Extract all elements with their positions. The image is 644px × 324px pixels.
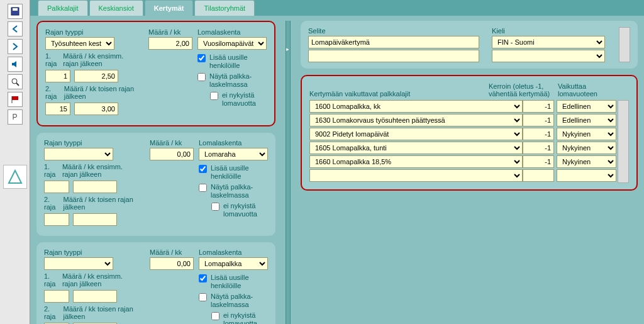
rajan-tyyppi-select[interactable]: [44, 148, 113, 160]
grid-vaikuttaa-select[interactable]: [557, 169, 616, 182]
raja1-val2[interactable]: [73, 290, 117, 303]
grid-vaikuttaa-select[interactable]: Nykyinen: [557, 155, 616, 168]
kieli-select[interactable]: FIN - Suomi: [492, 36, 605, 48]
maara-kk-input[interactable]: [148, 37, 192, 50]
chk-nayta-palkka-label: Näytä palkka-laskelmassa: [211, 293, 253, 309]
lomalaskenta-label: Lomalaskenta: [197, 28, 267, 36]
grid-row: 1630 Lomakorvaus työsuhteen päättyessä E…: [309, 114, 616, 126]
raja1-val1[interactable]: [44, 290, 69, 303]
raja1-val1[interactable]: [45, 70, 70, 82]
selite-input-2[interactable]: [308, 50, 479, 62]
raja1-desc: Määrä / kk ensimm. rajan jälkeen: [62, 163, 138, 178]
scrollbar-selite[interactable]: [619, 27, 630, 62]
raja2-label: 2. raja: [44, 305, 60, 320]
flag-icon[interactable]: [8, 92, 23, 107]
maara-kk-input[interactable]: [150, 257, 194, 270]
app-logo-icon: [3, 165, 27, 189]
chk-ei-nykyista[interactable]: [211, 203, 219, 211]
selite-input[interactable]: [308, 36, 479, 48]
maara-kk-label: Määrä / kk: [148, 28, 186, 36]
forward-icon[interactable]: [8, 39, 23, 54]
splitter[interactable]: [286, 21, 291, 324]
grid-row: 9002 Pidetyt lomapäivät Nykyinen: [309, 128, 616, 140]
grid-kerroin-input[interactable]: [523, 114, 554, 126]
chk-nayta-palkka[interactable]: [199, 293, 207, 301]
grid-vaikuttaa-select[interactable]: Nykyinen: [557, 142, 616, 154]
panel-selite: Selite Kieli FIN - Suomi: [301, 21, 638, 69]
sound-icon[interactable]: [8, 57, 23, 72]
raja2-label: 2. raja: [44, 196, 60, 211]
raja2-label: 2. raja: [45, 85, 60, 100]
raja2-val1[interactable]: [44, 213, 69, 226]
raja2-val1[interactable]: [45, 103, 70, 115]
grid-palkkalaji-select[interactable]: 1600 Lomapalkka, kk: [309, 100, 523, 113]
lomalaskenta-label: Lomalaskenta: [199, 249, 268, 256]
chk-ei-nykyista[interactable]: [211, 312, 219, 320]
grid-palkkalaji-select[interactable]: 1630 Lomakorvaus työsuhteen päättyessä: [309, 114, 523, 126]
raja2-desc: Määrä / kk toisen rajan jälkeen: [64, 85, 137, 100]
raja2-val2[interactable]: [73, 213, 117, 226]
grid-kerroin-input[interactable]: [523, 169, 554, 182]
chk-lisaa-uusille-label: Lisää uusillehenkilöille: [209, 53, 248, 70]
kieli-label: Kieli: [492, 27, 605, 35]
back-icon[interactable]: [8, 21, 23, 36]
chk-ei-nykyista[interactable]: [210, 92, 218, 100]
raja1-val2[interactable]: [74, 70, 118, 82]
chk-nayta-palkka[interactable]: [197, 73, 206, 81]
rajan-tyyppi-select[interactable]: Työsuhteen kesto: [45, 37, 114, 50]
panel-raja: Rajan tyyppi Työsuhteen kesto 1. raja Mä…: [36, 21, 275, 126]
lomalaskenta-select[interactable]: Vuosilomapäivät: [197, 37, 267, 50]
grid-kerroin-input[interactable]: [523, 100, 554, 113]
chk-ei-nykyista-label: ei nykyistälomavuotta: [222, 91, 256, 108]
panel-kertyma-grid: Kertymään vaikuttavat palkkalajit Kerroi…: [301, 75, 638, 191]
grid-kerroin-input[interactable]: [523, 128, 554, 140]
raja1-desc: Määrä / kk ensimm. rajan jälkeen: [63, 52, 137, 67]
kieli-select-2[interactable]: [492, 50, 605, 62]
grid-palkkalaji-select[interactable]: 1660 Lomapalkka 18,5%: [309, 155, 523, 168]
zoom-icon[interactable]: [8, 74, 23, 89]
chk-ei-nykyista-label: ei nykyistälomavuotta: [223, 202, 257, 218]
svg-point-2: [12, 79, 17, 84]
rajan-tyyppi-label: Rajan tyyppi: [45, 28, 137, 36]
p-button[interactable]: P: [8, 109, 23, 125]
chk-lisaa-uusille-label: Lisää uusillehenkilöille: [211, 274, 249, 290]
lomalaskenta-select[interactable]: Lomapalkka: [199, 257, 268, 270]
maara-kk-label: Määrä / kk: [150, 249, 187, 256]
save-icon[interactable]: [8, 4, 23, 19]
grid-kerroin-input[interactable]: [523, 142, 554, 154]
rajan-tyyppi-select[interactable]: [44, 257, 113, 270]
lomalaskenta-select[interactable]: Lomaraha: [199, 148, 268, 160]
grid-kerroin-input[interactable]: [523, 155, 554, 168]
grid-vaikuttaa-select[interactable]: Edellinen: [557, 100, 616, 113]
tab-kertymat[interactable]: Kertymät: [145, 0, 194, 16]
grid-palkkalaji-select[interactable]: [309, 169, 523, 182]
grid-header-palkkalajit: Kertymään vaikuttavat palkkalajit: [309, 90, 489, 98]
grid-row: 1605 Lomapalkka, tunti Nykyinen: [309, 142, 616, 154]
tab-bar: Palkkalajit Keskiansiot Kertymät Tilasto…: [30, 0, 644, 16]
panel-raja: Rajan tyyppi 1. raja Määrä / kk ensimm. …: [36, 242, 275, 324]
chk-nayta-palkka-label: Näytä palkka-laskelmassa: [211, 183, 253, 199]
chk-lisaa-uusille[interactable]: [197, 54, 206, 62]
chk-lisaa-uusille[interactable]: [199, 274, 207, 282]
grid-palkkalaji-select[interactable]: 9002 Pidetyt lomapäivät: [309, 128, 523, 140]
raja1-val1[interactable]: [44, 181, 69, 193]
raja1-label: 1. raja: [45, 52, 59, 67]
scrollbar-grid[interactable]: [618, 100, 629, 183]
chk-lisaa-uusille[interactable]: [199, 165, 207, 173]
svg-line-3: [16, 83, 19, 86]
toolbar-left: P: [0, 0, 30, 324]
grid-vaikuttaa-select[interactable]: Nykyinen: [557, 128, 616, 140]
maara-kk-input[interactable]: [150, 148, 194, 160]
raja2-val2[interactable]: [74, 103, 118, 115]
grid-header-vaikuttaa: Vaikuttaalomavuoteen: [558, 82, 618, 98]
raja1-val2[interactable]: [73, 181, 117, 193]
maara-kk-label: Määrä / kk: [150, 139, 187, 147]
raja2-desc: Määrä / kk toisen rajan jälkeen: [64, 196, 139, 211]
tab-tilastoryhmat[interactable]: Tilastoryhmät: [194, 0, 255, 16]
chk-nayta-palkka[interactable]: [199, 184, 207, 192]
tab-keskiansiot[interactable]: Keskiansiot: [89, 0, 143, 16]
grid-vaikuttaa-select[interactable]: Edellinen: [557, 114, 616, 126]
grid-palkkalaji-select[interactable]: 1605 Lomapalkka, tunti: [309, 142, 523, 154]
tab-palkkalajit[interactable]: Palkkalajit: [38, 0, 88, 16]
raja1-label: 1. raja: [44, 163, 58, 178]
